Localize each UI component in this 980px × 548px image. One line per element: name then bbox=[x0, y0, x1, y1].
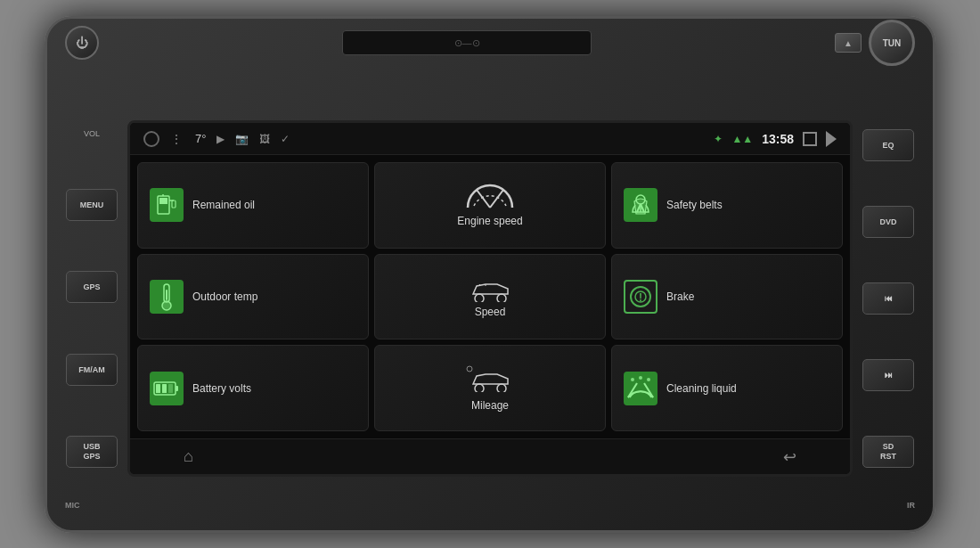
battery-icon bbox=[150, 372, 184, 405]
fuel-icon bbox=[150, 188, 184, 222]
speed-label: Speed bbox=[475, 306, 506, 318]
svg-text:!: ! bbox=[639, 291, 642, 304]
status-bar: ⋮ 7° ▶ 📷 🖼 ✓ ✦ ▲▲ 13:58 bbox=[130, 123, 850, 155]
cd-slot: ⊙—⊙ bbox=[342, 30, 592, 55]
battery-volts-cell[interactable]: Battery volts bbox=[137, 345, 369, 431]
outdoor-temp-label: Outdoor temp bbox=[192, 290, 257, 303]
vol-label: VOL bbox=[84, 129, 100, 138]
svg-rect-10 bbox=[166, 290, 167, 300]
svg-rect-21 bbox=[176, 386, 178, 391]
gps-button[interactable]: GPS bbox=[66, 271, 118, 303]
eq-button[interactable]: EQ bbox=[862, 129, 914, 161]
safety-belts-cell[interactable]: Safety belts bbox=[611, 162, 843, 249]
svg-point-22 bbox=[467, 366, 472, 372]
svg-point-28 bbox=[639, 376, 642, 380]
svg-rect-3 bbox=[172, 200, 176, 208]
bottom-strip: MIC IR bbox=[47, 481, 933, 530]
svg-rect-1 bbox=[159, 198, 167, 204]
brake-icon: ! bbox=[624, 280, 657, 314]
svg-line-26 bbox=[644, 383, 653, 397]
menu-button[interactable]: MENU bbox=[66, 189, 118, 221]
status-right: ✦ ▲▲ 13:58 bbox=[714, 131, 837, 147]
engine-speed-label: Engine speed bbox=[457, 215, 522, 227]
svg-line-5 bbox=[477, 190, 490, 208]
top-strip: ⏻ ⊙—⊙ ▲ TUN bbox=[47, 19, 933, 68]
svg-rect-19 bbox=[162, 384, 167, 393]
main-area: VOL MENU GPS FM/AM USBGPS ⋮ 7° ▶ 📷 🖼 ✓ bbox=[47, 68, 933, 530]
svg-point-11 bbox=[162, 301, 171, 310]
brake-label: Brake bbox=[666, 290, 694, 303]
next-button[interactable]: ⏭ bbox=[862, 359, 914, 391]
status-left: ⋮ 7° ▶ 📷 🖼 ✓ bbox=[143, 131, 290, 147]
svg-rect-18 bbox=[156, 384, 160, 393]
outdoor-temp-cell[interactable]: Outdoor temp bbox=[137, 254, 369, 340]
svg-rect-20 bbox=[168, 384, 173, 393]
safety-belts-label: Safety belts bbox=[666, 199, 723, 211]
youtube-icon[interactable]: ▶ bbox=[216, 133, 225, 145]
screen: ⋮ 7° ▶ 📷 🖼 ✓ ✦ ▲▲ 13:58 bbox=[127, 120, 853, 477]
tun-knob[interactable]: TUN bbox=[869, 20, 915, 66]
car-head-unit: ⏻ ⊙—⊙ ▲ TUN VOL MENU GPS FM/AM USBGPS bbox=[45, 16, 935, 533]
menu-dots-icon[interactable]: ⋮ bbox=[170, 132, 184, 146]
right-panel: EQ DVD ⏮ ⏭ SDRST bbox=[853, 120, 924, 477]
image-icon[interactable]: 🖼 bbox=[259, 133, 270, 145]
ir-label: IR bbox=[907, 501, 915, 510]
svg-point-29 bbox=[647, 378, 650, 381]
svg-point-24 bbox=[497, 384, 506, 392]
svg-point-27 bbox=[631, 378, 634, 381]
fmam-button[interactable]: FM/AM bbox=[66, 354, 118, 386]
speed-cell[interactable]: Speed bbox=[374, 254, 606, 340]
clock-display: 13:58 bbox=[762, 132, 794, 146]
remained-oil-cell[interactable]: Remained oil bbox=[137, 162, 369, 249]
camera-icon[interactable]: 📷 bbox=[235, 133, 249, 145]
wifi-icon: ▲▲ bbox=[731, 133, 753, 145]
bottom-nav-bar: ⌂ ↩ bbox=[130, 438, 850, 474]
brake-cell[interactable]: ! Brake bbox=[611, 254, 843, 340]
svg-point-12 bbox=[475, 294, 484, 302]
safety-belt-icon bbox=[624, 188, 657, 222]
dvd-button[interactable]: DVD bbox=[862, 206, 914, 238]
back-triangle-icon[interactable] bbox=[826, 131, 837, 147]
cleaning-liquid-cell[interactable]: Cleaning liquid bbox=[611, 345, 843, 431]
mileage-label: Mileage bbox=[471, 399, 509, 412]
battery-volts-label: Battery volts bbox=[192, 382, 251, 395]
mic-label: MIC bbox=[65, 501, 80, 510]
power-button[interactable]: ⏻ bbox=[65, 26, 99, 60]
wiper-icon bbox=[624, 372, 657, 405]
sd-rst-button[interactable]: SDRST bbox=[862, 436, 914, 468]
thermometer-icon bbox=[150, 280, 184, 314]
remained-oil-label: Remained oil bbox=[192, 199, 255, 211]
square-icon[interactable] bbox=[803, 132, 817, 146]
cleaning-liquid-label: Cleaning liquid bbox=[666, 382, 737, 395]
mileage-cell[interactable]: Mileage bbox=[374, 345, 606, 431]
left-panel: VOL MENU GPS FM/AM USBGPS bbox=[56, 120, 127, 477]
home-circle-icon[interactable] bbox=[143, 131, 159, 147]
engine-speed-cell[interactable]: Engine speed bbox=[374, 162, 606, 249]
bluetooth-icon: ✦ bbox=[714, 133, 723, 145]
home-button[interactable]: ⌂ bbox=[184, 447, 193, 466]
check-icon[interactable]: ✓ bbox=[281, 133, 290, 145]
svg-line-6 bbox=[490, 190, 503, 208]
prev-button[interactable]: ⏮ bbox=[862, 282, 914, 315]
eject-button[interactable]: ▲ bbox=[835, 33, 862, 53]
usb-gps-button[interactable]: USBGPS bbox=[66, 436, 118, 468]
svg-line-25 bbox=[628, 383, 637, 397]
svg-point-23 bbox=[475, 384, 484, 392]
back-button[interactable]: ↩ bbox=[783, 447, 796, 467]
app-grid: Remained oil Engine speed bbox=[130, 155, 850, 438]
svg-point-13 bbox=[497, 294, 506, 302]
temperature-display: 7° bbox=[195, 132, 206, 145]
